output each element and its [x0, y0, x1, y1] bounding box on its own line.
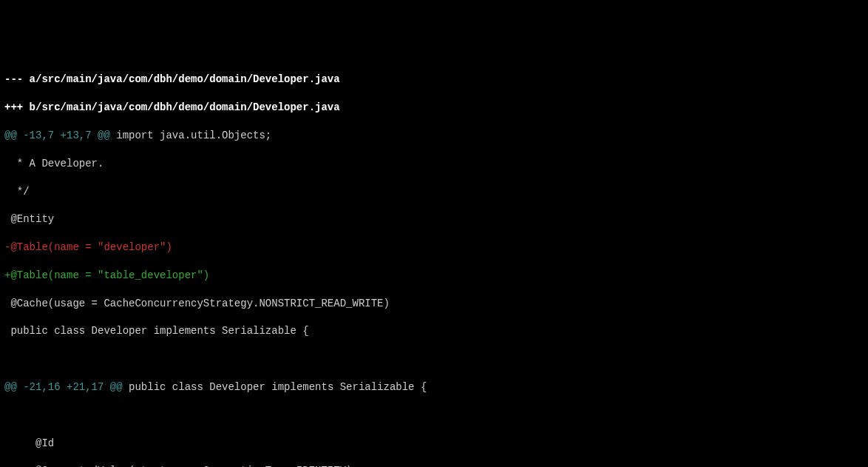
diff-output: --- a/src/main/java/com/dbh/demo/domain/…	[4, 59, 864, 467]
context-line: @Entity	[4, 212, 864, 226]
context-line: * A Developer.	[4, 157, 864, 171]
hunk-range: @@ -13,7 +13,7 @@	[4, 130, 110, 141]
context-line: @GeneratedValue(strategy = GenerationTyp…	[4, 464, 864, 467]
context-line: */	[4, 185, 864, 199]
removed-line: -@Table(name = "developer")	[4, 241, 864, 255]
context-line: @Id	[4, 437, 864, 451]
hunk-context: import java.util.Objects;	[110, 130, 271, 141]
hunk-range: @@ -21,16 +21,17 @@	[4, 381, 123, 393]
added-line: +@Table(name = "table_developer")	[4, 269, 864, 283]
hunk-header-2: @@ -21,16 +21,17 @@ public class Develop…	[4, 380, 864, 394]
context-line: public class Developer implements Serial…	[4, 324, 864, 338]
diff-file-b: +++ b/src/main/java/com/dbh/demo/domain/…	[4, 101, 864, 115]
context-line: @Cache(usage = CacheConcurrencyStrategy.…	[4, 297, 864, 311]
hunk-header-1: @@ -13,7 +13,7 @@ import java.util.Objec…	[4, 129, 864, 143]
context-line	[4, 352, 864, 366]
diff-file-a: --- a/src/main/java/com/dbh/demo/domain/…	[4, 73, 864, 87]
hunk-context: public class Developer implements Serial…	[123, 381, 427, 393]
context-line	[4, 409, 864, 423]
